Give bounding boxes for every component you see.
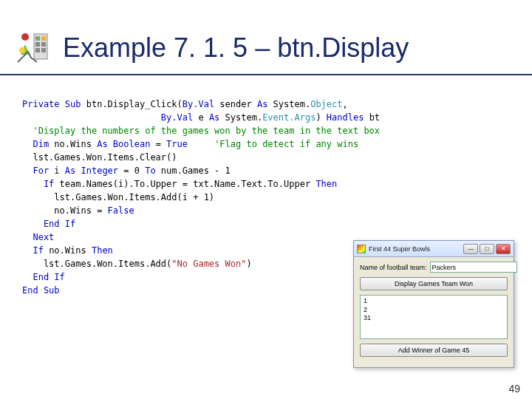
page-title: Example 7. 1. 5 – btn.Display xyxy=(63,33,409,64)
code-token: Handles xyxy=(327,112,364,123)
display-games-button[interactable]: Display Games Team Won xyxy=(360,277,508,290)
code-token: System. xyxy=(267,99,310,109)
maximize-button[interactable]: □ xyxy=(480,244,494,254)
code-token: lst.Games.Won.Items.Clear() xyxy=(22,152,177,163)
code-token: no.Wins = xyxy=(22,205,108,216)
code-token: i xyxy=(49,166,65,176)
code-token: , xyxy=(343,99,348,109)
output-dialog: First 44 Super Bowls — □ ✕ Name of footb… xyxy=(353,240,514,368)
window-icon xyxy=(357,245,366,253)
code-token: As xyxy=(209,112,219,123)
code-token: If xyxy=(22,245,44,256)
code-comment: 'Display the numbers of the games won by… xyxy=(22,126,380,136)
code-token xyxy=(22,112,161,123)
code-token: As Integer xyxy=(65,166,118,176)
code-token: For xyxy=(22,166,49,176)
code-token: Next xyxy=(22,232,54,242)
code-comment: 'Flag to detect if any wins xyxy=(214,139,358,149)
svg-rect-6 xyxy=(41,48,46,52)
close-button[interactable]: ✕ xyxy=(496,244,511,254)
code-token: btn.Display_Click( xyxy=(81,99,182,109)
svg-rect-1 xyxy=(35,36,40,41)
code-token: End If xyxy=(22,272,65,282)
code-token: team.Names(i).To.Upper = txt.Name.Text.T… xyxy=(54,179,316,189)
code-token: num.Games - 1 xyxy=(156,166,231,176)
code-string: "No Games Won" xyxy=(171,259,246,269)
code-token: As Boolean xyxy=(97,139,150,149)
code-token: As xyxy=(257,99,267,109)
code-token: False xyxy=(108,205,134,216)
code-token: lst.Games.Won.Items.Add(i + 1) xyxy=(22,192,214,202)
page-number: 49 xyxy=(508,383,520,395)
code-token: = xyxy=(150,139,166,149)
slide-header: Example 7. 1. 5 – btn.Display xyxy=(0,0,532,75)
logo-icon xyxy=(15,30,52,66)
svg-point-9 xyxy=(19,47,25,53)
team-name-label: Name of football team: xyxy=(360,264,427,271)
code-token: Event.Args xyxy=(262,112,316,123)
svg-rect-2 xyxy=(41,36,46,41)
svg-rect-3 xyxy=(35,42,40,47)
code-token: By.Val xyxy=(183,99,214,109)
code-token: no.Wins xyxy=(49,139,97,149)
team-name-input[interactable] xyxy=(430,262,517,273)
dialog-titlebar: First 44 Super Bowls — □ ✕ xyxy=(354,241,514,257)
svg-rect-4 xyxy=(41,42,46,47)
code-token: True xyxy=(166,139,188,149)
svg-point-7 xyxy=(21,33,29,41)
code-token: End If xyxy=(22,219,75,229)
code-token: Dim xyxy=(22,139,49,149)
code-token xyxy=(188,139,214,149)
dialog-body: Name of football team: Display Games Tea… xyxy=(354,257,514,367)
code-token: ) xyxy=(246,259,251,269)
code-token: Object xyxy=(310,99,342,109)
code-token: To xyxy=(145,166,155,176)
code-token: Then xyxy=(316,179,337,189)
code-token: e xyxy=(193,112,209,123)
code-token: bt xyxy=(364,112,380,123)
code-token: End Sub xyxy=(22,285,60,296)
code-token: = 0 xyxy=(118,166,145,176)
code-token: Private Sub xyxy=(22,99,81,109)
code-token: lst.Games.Won.Items.Add( xyxy=(22,259,171,269)
code-token: By.Val xyxy=(161,112,193,123)
dialog-title: First 44 Super Bowls xyxy=(369,245,463,253)
code-token: ) xyxy=(316,112,326,123)
svg-rect-5 xyxy=(35,48,40,52)
add-winner-button[interactable]: Add Winner of Game 45 xyxy=(360,344,508,357)
code-token: Then xyxy=(92,245,113,256)
minimize-button[interactable]: — xyxy=(463,244,478,254)
code-token: System. xyxy=(219,112,262,123)
games-won-listbox[interactable]: 1 2 31 xyxy=(360,295,508,339)
code-token: no.Wins xyxy=(44,245,92,256)
code-token: If xyxy=(22,179,54,189)
code-token: sender xyxy=(214,99,257,109)
